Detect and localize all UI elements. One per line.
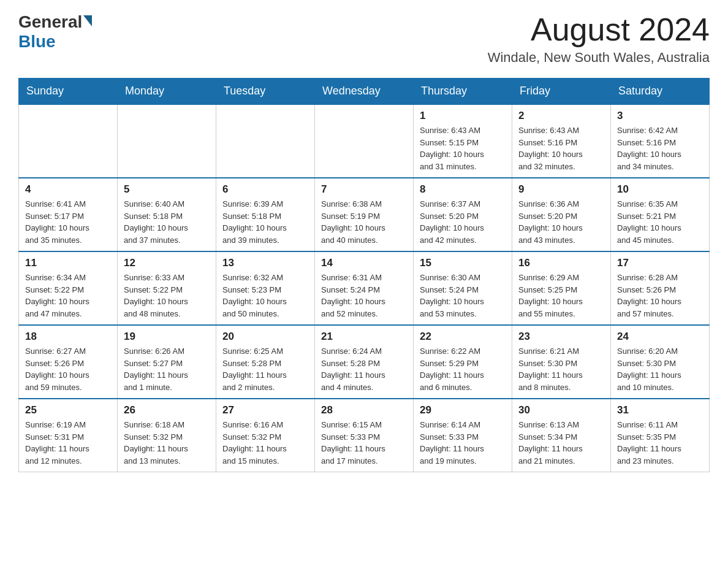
day-number: 8 <box>420 183 506 196</box>
calendar-cell: 6Sunrise: 6:39 AMSunset: 5:18 PMDaylight… <box>216 178 315 251</box>
day-info: Sunrise: 6:33 AMSunset: 5:22 PMDaylight:… <box>124 272 210 320</box>
day-info: Sunrise: 6:26 AMSunset: 5:27 PMDaylight:… <box>124 345 210 393</box>
day-info: Sunrise: 6:14 AMSunset: 5:33 PMDaylight:… <box>420 419 506 467</box>
calendar-cell: 27Sunrise: 6:16 AMSunset: 5:32 PMDayligh… <box>216 399 315 472</box>
calendar-cell: 31Sunrise: 6:11 AMSunset: 5:35 PMDayligh… <box>611 399 710 472</box>
day-number: 24 <box>617 331 703 343</box>
calendar-header-wednesday: Wednesday <box>315 79 414 105</box>
day-info: Sunrise: 6:38 AMSunset: 5:19 PMDaylight:… <box>321 198 407 246</box>
calendar-cell <box>315 104 414 178</box>
day-info: Sunrise: 6:16 AMSunset: 5:32 PMDaylight:… <box>222 419 308 467</box>
calendar-header-saturday: Saturday <box>611 79 710 105</box>
calendar-cell <box>216 104 315 178</box>
day-number: 25 <box>25 404 111 416</box>
day-number: 5 <box>124 183 210 196</box>
day-info: Sunrise: 6:36 AMSunset: 5:20 PMDaylight:… <box>518 198 604 246</box>
day-number: 22 <box>420 331 506 343</box>
month-title: August 2024 <box>488 12 710 47</box>
calendar-cell <box>19 104 118 178</box>
day-number: 9 <box>518 183 604 196</box>
day-info: Sunrise: 6:24 AMSunset: 5:28 PMDaylight:… <box>321 345 407 393</box>
calendar-header-row: SundayMondayTuesdayWednesdayThursdayFrid… <box>19 79 710 105</box>
calendar-cell: 21Sunrise: 6:24 AMSunset: 5:28 PMDayligh… <box>315 325 414 399</box>
day-number: 1 <box>420 110 506 122</box>
calendar-cell: 1Sunrise: 6:43 AMSunset: 5:15 PMDaylight… <box>414 104 512 178</box>
calendar-week-row: 11Sunrise: 6:34 AMSunset: 5:22 PMDayligh… <box>19 251 710 325</box>
day-info: Sunrise: 6:40 AMSunset: 5:18 PMDaylight:… <box>124 198 210 246</box>
day-info: Sunrise: 6:22 AMSunset: 5:29 PMDaylight:… <box>420 345 506 393</box>
day-number: 23 <box>518 331 604 343</box>
calendar-week-row: 1Sunrise: 6:43 AMSunset: 5:15 PMDaylight… <box>19 104 710 178</box>
day-info: Sunrise: 6:42 AMSunset: 5:16 PMDaylight:… <box>617 124 703 172</box>
calendar-header-tuesday: Tuesday <box>216 79 315 105</box>
day-number: 28 <box>321 404 407 416</box>
day-info: Sunrise: 6:18 AMSunset: 5:32 PMDaylight:… <box>124 419 210 467</box>
day-number: 15 <box>420 257 506 269</box>
calendar-cell: 17Sunrise: 6:28 AMSunset: 5:26 PMDayligh… <box>611 251 710 325</box>
day-number: 29 <box>420 404 506 416</box>
calendar-cell: 26Sunrise: 6:18 AMSunset: 5:32 PMDayligh… <box>118 399 216 472</box>
day-info: Sunrise: 6:28 AMSunset: 5:26 PMDaylight:… <box>617 272 703 320</box>
calendar-cell: 23Sunrise: 6:21 AMSunset: 5:30 PMDayligh… <box>512 325 611 399</box>
day-number: 16 <box>518 257 604 269</box>
day-number: 20 <box>222 331 308 343</box>
calendar-cell: 22Sunrise: 6:22 AMSunset: 5:29 PMDayligh… <box>414 325 512 399</box>
day-info: Sunrise: 6:32 AMSunset: 5:23 PMDaylight:… <box>222 272 308 320</box>
calendar-cell: 16Sunrise: 6:29 AMSunset: 5:25 PMDayligh… <box>512 251 611 325</box>
day-info: Sunrise: 6:11 AMSunset: 5:35 PMDaylight:… <box>617 419 703 467</box>
day-number: 13 <box>222 257 308 269</box>
day-number: 10 <box>617 183 703 196</box>
day-number: 12 <box>124 257 210 269</box>
calendar-table: SundayMondayTuesdayWednesdayThursdayFrid… <box>18 78 710 472</box>
calendar-cell: 11Sunrise: 6:34 AMSunset: 5:22 PMDayligh… <box>19 251 118 325</box>
calendar-cell: 2Sunrise: 6:43 AMSunset: 5:16 PMDaylight… <box>512 104 611 178</box>
day-number: 7 <box>321 183 407 196</box>
calendar-cell: 24Sunrise: 6:20 AMSunset: 5:30 PMDayligh… <box>611 325 710 399</box>
calendar-cell: 13Sunrise: 6:32 AMSunset: 5:23 PMDayligh… <box>216 251 315 325</box>
day-info: Sunrise: 6:29 AMSunset: 5:25 PMDaylight:… <box>518 272 604 320</box>
calendar-cell: 15Sunrise: 6:30 AMSunset: 5:24 PMDayligh… <box>414 251 512 325</box>
day-number: 31 <box>617 404 703 416</box>
calendar-week-row: 4Sunrise: 6:41 AMSunset: 5:17 PMDaylight… <box>19 178 710 251</box>
day-number: 6 <box>222 183 308 196</box>
day-info: Sunrise: 6:31 AMSunset: 5:24 PMDaylight:… <box>321 272 407 320</box>
calendar-cell: 3Sunrise: 6:42 AMSunset: 5:16 PMDaylight… <box>611 104 710 178</box>
calendar-week-row: 25Sunrise: 6:19 AMSunset: 5:31 PMDayligh… <box>19 399 710 472</box>
calendar-cell: 14Sunrise: 6:31 AMSunset: 5:24 PMDayligh… <box>315 251 414 325</box>
day-number: 21 <box>321 331 407 343</box>
day-info: Sunrise: 6:39 AMSunset: 5:18 PMDaylight:… <box>222 198 308 246</box>
day-number: 19 <box>124 331 210 343</box>
day-number: 26 <box>124 404 210 416</box>
calendar-cell: 19Sunrise: 6:26 AMSunset: 5:27 PMDayligh… <box>118 325 216 399</box>
logo-arrow-icon <box>83 15 92 26</box>
calendar-header-monday: Monday <box>118 79 216 105</box>
location-title: Windale, New South Wales, Australia <box>488 50 710 66</box>
day-info: Sunrise: 6:30 AMSunset: 5:24 PMDaylight:… <box>420 272 506 320</box>
logo: General Blue <box>18 12 92 52</box>
calendar-cell: 9Sunrise: 6:36 AMSunset: 5:20 PMDaylight… <box>512 178 611 251</box>
day-number: 17 <box>617 257 703 269</box>
calendar-header-thursday: Thursday <box>414 79 512 105</box>
calendar-cell: 4Sunrise: 6:41 AMSunset: 5:17 PMDaylight… <box>19 178 118 251</box>
day-number: 3 <box>617 110 703 122</box>
day-info: Sunrise: 6:43 AMSunset: 5:16 PMDaylight:… <box>518 124 604 172</box>
day-info: Sunrise: 6:37 AMSunset: 5:20 PMDaylight:… <box>420 198 506 246</box>
day-number: 2 <box>518 110 604 122</box>
calendar-cell: 12Sunrise: 6:33 AMSunset: 5:22 PMDayligh… <box>118 251 216 325</box>
day-number: 4 <box>25 183 111 196</box>
calendar-header-sunday: Sunday <box>19 79 118 105</box>
day-number: 30 <box>518 404 604 416</box>
day-info: Sunrise: 6:15 AMSunset: 5:33 PMDaylight:… <box>321 419 407 467</box>
day-info: Sunrise: 6:13 AMSunset: 5:34 PMDaylight:… <box>518 419 604 467</box>
calendar-cell: 18Sunrise: 6:27 AMSunset: 5:26 PMDayligh… <box>19 325 118 399</box>
day-info: Sunrise: 6:34 AMSunset: 5:22 PMDaylight:… <box>25 272 111 320</box>
calendar-cell: 20Sunrise: 6:25 AMSunset: 5:28 PMDayligh… <box>216 325 315 399</box>
calendar-cell: 30Sunrise: 6:13 AMSunset: 5:34 PMDayligh… <box>512 399 611 472</box>
page-header: General Blue August 2024 Windale, New So… <box>18 12 710 66</box>
calendar-week-row: 18Sunrise: 6:27 AMSunset: 5:26 PMDayligh… <box>19 325 710 399</box>
calendar-cell: 29Sunrise: 6:14 AMSunset: 5:33 PMDayligh… <box>414 399 512 472</box>
day-info: Sunrise: 6:43 AMSunset: 5:15 PMDaylight:… <box>420 124 506 172</box>
day-number: 11 <box>25 257 111 269</box>
calendar-header-friday: Friday <box>512 79 611 105</box>
calendar-cell <box>118 104 216 178</box>
